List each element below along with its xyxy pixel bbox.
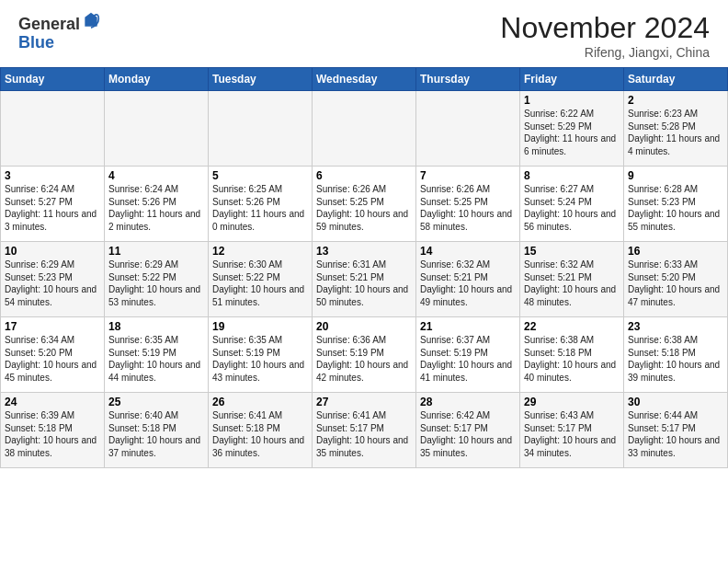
day-cell: 19Sunrise: 6:35 AM Sunset: 5:19 PM Dayli… [209,317,313,393]
day-number: 23 [628,320,723,333]
day-detail: Sunrise: 6:40 AM Sunset: 5:18 PM Dayligh… [108,409,204,459]
weekday-monday: Monday [105,68,209,91]
day-cell [209,91,313,167]
day-cell: 11Sunrise: 6:29 AM Sunset: 5:22 PM Dayli… [105,242,209,317]
day-cell: 20Sunrise: 6:36 AM Sunset: 5:19 PM Dayli… [313,317,416,393]
day-detail: Sunrise: 6:36 AM Sunset: 5:19 PM Dayligh… [316,334,412,384]
logo-blue: Blue [18,33,54,52]
day-cell: 21Sunrise: 6:37 AM Sunset: 5:19 PM Dayli… [416,317,520,393]
calendar-table: SundayMondayTuesdayWednesdayThursdayFrid… [0,67,728,468]
day-number: 16 [628,245,723,258]
day-cell: 10Sunrise: 6:29 AM Sunset: 5:23 PM Dayli… [1,242,105,317]
week-row-4: 17Sunrise: 6:34 AM Sunset: 5:20 PM Dayli… [1,317,728,393]
day-cell: 27Sunrise: 6:41 AM Sunset: 5:17 PM Dayli… [313,393,416,468]
logo-general: General [18,15,80,33]
day-number: 14 [420,245,516,258]
day-number: 4 [108,169,204,182]
day-detail: Sunrise: 6:27 AM Sunset: 5:24 PM Dayligh… [524,183,620,233]
day-number: 1 [524,94,620,107]
day-detail: Sunrise: 6:24 AM Sunset: 5:26 PM Dayligh… [108,183,204,233]
day-detail: Sunrise: 6:43 AM Sunset: 5:17 PM Dayligh… [524,409,620,459]
day-number: 15 [524,245,620,258]
day-detail: Sunrise: 6:38 AM Sunset: 5:18 PM Dayligh… [628,334,723,384]
day-detail: Sunrise: 6:41 AM Sunset: 5:18 PM Dayligh… [212,409,308,459]
day-number: 25 [108,396,204,408]
month-title: November 2024 [500,11,710,45]
day-cell: 5Sunrise: 6:25 AM Sunset: 5:26 PM Daylig… [209,167,313,242]
day-detail: Sunrise: 6:32 AM Sunset: 5:21 PM Dayligh… [420,259,516,308]
day-detail: Sunrise: 6:37 AM Sunset: 5:19 PM Dayligh… [420,334,516,384]
day-number: 11 [108,245,204,258]
day-number: 18 [108,320,204,333]
location-subtitle: Rifeng, Jiangxi, China [500,45,710,60]
day-number: 28 [420,396,516,408]
day-cell: 24Sunrise: 6:39 AM Sunset: 5:18 PM Dayli… [1,393,105,468]
day-cell: 28Sunrise: 6:42 AM Sunset: 5:17 PM Dayli… [416,393,520,468]
day-detail: Sunrise: 6:44 AM Sunset: 5:17 PM Dayligh… [628,409,723,459]
day-detail: Sunrise: 6:39 AM Sunset: 5:18 PM Dayligh… [5,409,100,459]
week-row-1: 1Sunrise: 6:22 AM Sunset: 5:29 PM Daylig… [1,91,728,167]
day-cell: 17Sunrise: 6:34 AM Sunset: 5:20 PM Dayli… [1,317,105,393]
day-number: 26 [212,396,308,408]
day-number: 22 [524,320,620,333]
day-cell: 23Sunrise: 6:38 AM Sunset: 5:18 PM Dayli… [624,317,728,393]
day-number: 2 [628,94,723,107]
week-row-2: 3Sunrise: 6:24 AM Sunset: 5:27 PM Daylig… [1,167,728,242]
weekday-friday: Friday [520,68,624,91]
day-number: 20 [316,320,412,333]
day-number: 19 [212,320,308,333]
day-cell: 30Sunrise: 6:44 AM Sunset: 5:17 PM Dayli… [624,393,728,468]
day-number: 21 [420,320,516,333]
day-detail: Sunrise: 6:28 AM Sunset: 5:23 PM Dayligh… [628,183,723,233]
day-number: 6 [316,169,412,182]
day-detail: Sunrise: 6:29 AM Sunset: 5:23 PM Dayligh… [5,259,100,308]
day-number: 24 [5,396,100,408]
day-number: 13 [316,245,412,258]
day-cell [1,91,105,167]
day-number: 10 [5,245,100,258]
day-number: 12 [212,245,308,258]
weekday-wednesday: Wednesday [313,68,416,91]
week-row-3: 10Sunrise: 6:29 AM Sunset: 5:23 PM Dayli… [1,242,728,317]
day-number: 5 [212,169,308,182]
day-detail: Sunrise: 6:35 AM Sunset: 5:19 PM Dayligh… [212,334,308,384]
day-detail: Sunrise: 6:26 AM Sunset: 5:25 PM Dayligh… [316,183,412,233]
day-detail: Sunrise: 6:35 AM Sunset: 5:19 PM Dayligh… [108,334,204,384]
day-cell: 4Sunrise: 6:24 AM Sunset: 5:26 PM Daylig… [105,167,209,242]
day-cell: 22Sunrise: 6:38 AM Sunset: 5:18 PM Dayli… [520,317,624,393]
week-row-5: 24Sunrise: 6:39 AM Sunset: 5:18 PM Dayli… [1,393,728,468]
day-cell: 12Sunrise: 6:30 AM Sunset: 5:22 PM Dayli… [209,242,313,317]
day-cell: 1Sunrise: 6:22 AM Sunset: 5:29 PM Daylig… [520,91,624,167]
day-detail: Sunrise: 6:41 AM Sunset: 5:17 PM Dayligh… [316,409,412,459]
day-cell: 16Sunrise: 6:33 AM Sunset: 5:20 PM Dayli… [624,242,728,317]
day-number: 17 [5,320,100,333]
weekday-header-row: SundayMondayTuesdayWednesdayThursdayFrid… [1,68,728,91]
day-detail: Sunrise: 6:32 AM Sunset: 5:21 PM Dayligh… [524,259,620,308]
day-cell [416,91,520,167]
day-detail: Sunrise: 6:29 AM Sunset: 5:22 PM Dayligh… [108,259,204,308]
day-detail: Sunrise: 6:25 AM Sunset: 5:26 PM Dayligh… [212,183,308,233]
day-cell: 14Sunrise: 6:32 AM Sunset: 5:21 PM Dayli… [416,242,520,317]
day-cell: 25Sunrise: 6:40 AM Sunset: 5:18 PM Dayli… [105,393,209,468]
day-detail: Sunrise: 6:31 AM Sunset: 5:21 PM Dayligh… [316,259,412,308]
day-cell: 26Sunrise: 6:41 AM Sunset: 5:18 PM Dayli… [209,393,313,468]
day-cell: 7Sunrise: 6:26 AM Sunset: 5:25 PM Daylig… [416,167,520,242]
weekday-thursday: Thursday [416,68,520,91]
day-detail: Sunrise: 6:42 AM Sunset: 5:17 PM Dayligh… [420,409,516,459]
page-header: General Blue November 2024 Rifeng, Jiang… [0,0,728,67]
day-number: 3 [5,169,100,182]
day-cell: 3Sunrise: 6:24 AM Sunset: 5:27 PM Daylig… [1,167,105,242]
day-detail: Sunrise: 6:22 AM Sunset: 5:29 PM Dayligh… [524,108,620,157]
day-cell: 13Sunrise: 6:31 AM Sunset: 5:21 PM Dayli… [313,242,416,317]
day-number: 8 [524,169,620,182]
day-detail: Sunrise: 6:33 AM Sunset: 5:20 PM Dayligh… [628,259,723,308]
day-cell: 29Sunrise: 6:43 AM Sunset: 5:17 PM Dayli… [520,393,624,468]
day-cell: 6Sunrise: 6:26 AM Sunset: 5:25 PM Daylig… [313,167,416,242]
day-detail: Sunrise: 6:26 AM Sunset: 5:25 PM Dayligh… [420,183,516,233]
day-detail: Sunrise: 6:24 AM Sunset: 5:27 PM Dayligh… [5,183,100,233]
day-cell [105,91,209,167]
day-detail: Sunrise: 6:38 AM Sunset: 5:18 PM Dayligh… [524,334,620,384]
logo: General Blue [18,11,100,52]
day-cell: 15Sunrise: 6:32 AM Sunset: 5:21 PM Dayli… [520,242,624,317]
day-detail: Sunrise: 6:34 AM Sunset: 5:20 PM Dayligh… [5,334,100,384]
